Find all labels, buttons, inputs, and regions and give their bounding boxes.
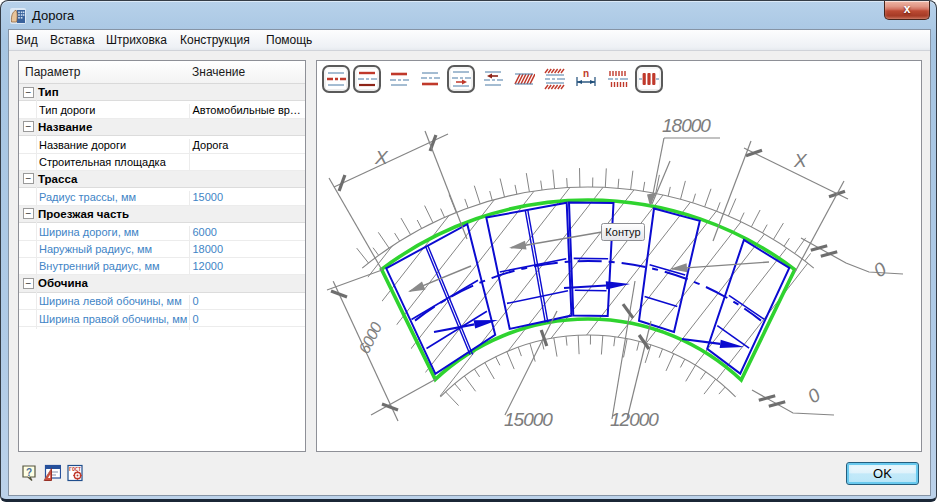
svg-text:12000: 12000	[610, 409, 659, 430]
svg-text:18000: 18000	[662, 115, 711, 136]
svg-text:0: 0	[804, 384, 825, 408]
svg-text:n: n	[583, 68, 589, 79]
svg-text:X: X	[793, 150, 808, 171]
svg-text:?: ?	[26, 467, 32, 478]
svg-text:Контур: Контур	[605, 226, 640, 238]
svg-text:X: X	[374, 147, 389, 168]
svg-text:0: 0	[870, 258, 891, 282]
svg-text:6000: 6000	[355, 319, 385, 356]
svg-text:15000: 15000	[504, 409, 553, 430]
